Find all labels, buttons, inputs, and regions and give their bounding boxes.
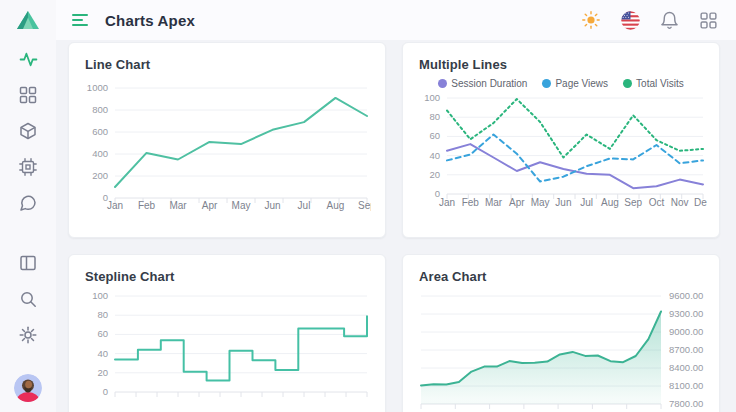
card-title: Stepline Chart xyxy=(85,269,369,284)
legend-label: Page Views xyxy=(555,78,608,89)
legend-marker xyxy=(623,79,632,88)
apps-menu-button[interactable] xyxy=(698,10,718,30)
app-logo[interactable] xyxy=(0,0,56,40)
svg-text:40: 40 xyxy=(97,348,108,359)
svg-text:Sep: Sep xyxy=(624,197,642,208)
svg-text:20: 20 xyxy=(429,169,440,180)
area-chart-canvas: 7800.008100.008400.008700.009000.009300.… xyxy=(419,292,703,412)
user-avatar-image xyxy=(14,374,42,402)
card-multiple-lines: Multiple Lines Session DurationPage View… xyxy=(402,42,720,238)
charts-grid: Line Chart 02004006008001000JanFebMarApr… xyxy=(56,40,736,412)
svg-text:8100.00: 8100.00 xyxy=(669,380,703,391)
theme-toggle-button[interactable] xyxy=(581,10,601,30)
svg-text:May: May xyxy=(232,200,251,211)
svg-text:Aug: Aug xyxy=(601,197,619,208)
sidebar-item-search[interactable] xyxy=(17,288,39,310)
svg-text:40: 40 xyxy=(429,150,440,161)
card-line-chart: Line Chart 02004006008001000JanFebMarApr… xyxy=(68,42,386,238)
card-title: Area Chart xyxy=(419,269,703,284)
card-stepline-chart: Stepline Chart 020406080100 xyxy=(68,254,386,412)
svg-text:9000.00: 9000.00 xyxy=(669,326,703,337)
bell-icon xyxy=(661,11,678,29)
notifications-button[interactable] xyxy=(659,10,679,30)
svg-text:80: 80 xyxy=(97,309,108,320)
triangle-logo-icon xyxy=(16,9,40,31)
user-avatar[interactable] xyxy=(14,374,42,402)
svg-text:100: 100 xyxy=(424,92,440,103)
svg-text:Mar: Mar xyxy=(485,197,503,208)
svg-text:Feb: Feb xyxy=(138,200,156,211)
sidebar-nav-bottom xyxy=(14,252,42,402)
grid-icon xyxy=(19,86,37,104)
legend-item-session-duration[interactable]: Session Duration xyxy=(438,78,527,89)
svg-text:1000: 1000 xyxy=(87,82,108,93)
svg-text:60: 60 xyxy=(429,130,440,141)
svg-text:Sep: Sep xyxy=(358,200,371,211)
svg-text:Oct: Oct xyxy=(649,197,665,208)
svg-text:200: 200 xyxy=(92,170,108,181)
legend-marker xyxy=(542,79,551,88)
card-area-chart: Area Chart 7800.008100.008400.008700.009… xyxy=(402,254,720,412)
line-chart-canvas: 02004006008001000JanFebMarAprMayJunJulAu… xyxy=(85,80,369,230)
svg-text:8400.00: 8400.00 xyxy=(669,362,703,373)
sidebar-item-components[interactable] xyxy=(17,120,39,142)
chart-legend: Session DurationPage ViewsTotal Visits xyxy=(419,76,703,90)
sidebar-item-charts[interactable] xyxy=(17,48,39,70)
menu-toggle-button[interactable] xyxy=(72,12,92,28)
svg-text:Jan: Jan xyxy=(439,197,455,208)
sidebar-item-layout[interactable] xyxy=(17,252,39,274)
svg-text:20: 20 xyxy=(97,367,108,378)
svg-text:Apr: Apr xyxy=(202,200,218,211)
top-header: Charts Apex xyxy=(56,0,736,40)
svg-text:Jul: Jul xyxy=(580,197,593,208)
sidebar xyxy=(0,0,56,412)
legend-marker xyxy=(438,79,447,88)
sidebar-item-dashboard[interactable] xyxy=(17,84,39,106)
cpu-icon xyxy=(19,158,37,176)
legend-item-page-views[interactable]: Page Views xyxy=(542,78,608,89)
legend-item-total-visits[interactable]: Total Visits xyxy=(623,78,684,89)
gear-icon xyxy=(19,326,37,344)
svg-text:Mar: Mar xyxy=(169,200,187,211)
svg-text:600: 600 xyxy=(92,126,108,137)
svg-text:Feb: Feb xyxy=(462,197,480,208)
svg-text:60: 60 xyxy=(97,328,108,339)
apps-grid-icon xyxy=(700,12,717,29)
activity-icon xyxy=(19,50,38,69)
header-actions xyxy=(581,10,718,30)
multiple-lines-chart-canvas: 020406080100JanFebMarAprMayJunJulAugSepO… xyxy=(419,92,703,220)
svg-text:Jan: Jan xyxy=(107,200,123,211)
stepline-chart-canvas: 020406080100 xyxy=(85,292,369,412)
svg-text:400: 400 xyxy=(92,148,108,159)
svg-text:Jun: Jun xyxy=(555,197,571,208)
sidebar-item-chat[interactable] xyxy=(17,192,39,214)
legend-label: Total Visits xyxy=(636,78,684,89)
sun-icon xyxy=(582,11,600,29)
svg-text:May: May xyxy=(531,197,550,208)
svg-text:Jun: Jun xyxy=(264,200,280,211)
us-flag-icon xyxy=(621,11,640,30)
svg-text:Aug: Aug xyxy=(327,200,345,211)
language-selector-button[interactable] xyxy=(620,10,640,30)
svg-text:Apr: Apr xyxy=(509,197,525,208)
svg-text:9300.00: 9300.00 xyxy=(669,308,703,319)
svg-text:80: 80 xyxy=(429,111,440,122)
svg-text:0: 0 xyxy=(103,386,108,397)
sidebar-item-widgets[interactable] xyxy=(17,156,39,178)
legend-label: Session Duration xyxy=(451,78,527,89)
box-icon xyxy=(19,122,37,140)
card-title: Line Chart xyxy=(85,57,369,72)
svg-text:100: 100 xyxy=(92,292,108,301)
svg-text:Dec: Dec xyxy=(694,197,707,208)
svg-text:7800.00: 7800.00 xyxy=(669,398,703,409)
search-icon xyxy=(19,290,37,308)
svg-text:Nov: Nov xyxy=(671,197,689,208)
sidebar-item-settings[interactable] xyxy=(17,324,39,346)
card-title: Multiple Lines xyxy=(419,57,703,72)
svg-text:800: 800 xyxy=(92,104,108,115)
columns-icon xyxy=(19,254,37,272)
svg-text:8700.00: 8700.00 xyxy=(669,344,703,355)
sidebar-nav-top xyxy=(17,48,39,214)
page-title: Charts Apex xyxy=(105,12,195,29)
chat-icon xyxy=(19,194,37,212)
